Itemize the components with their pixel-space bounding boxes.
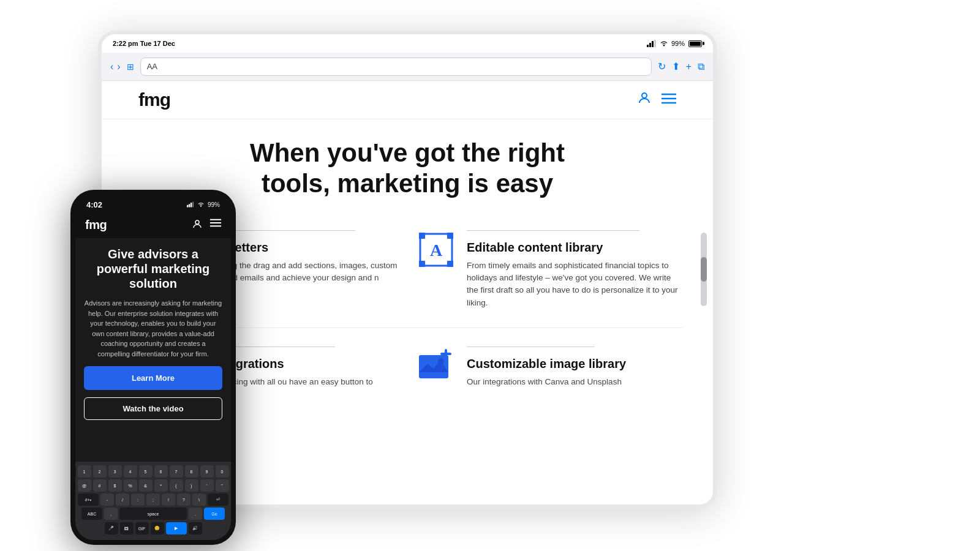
svg-rect-2 [652, 41, 654, 47]
key-go[interactable]: Go [204, 508, 225, 520]
key-slash[interactable]: / [116, 493, 129, 506]
key-3[interactable]: 3 [108, 465, 122, 478]
svg-rect-0 [647, 45, 649, 47]
site-logo: fmg [138, 89, 170, 110]
key-quest[interactable]: ? [177, 493, 190, 506]
key-4[interactable]: 4 [124, 465, 137, 478]
key-1[interactable]: 1 [78, 465, 91, 478]
svg-rect-25 [440, 353, 451, 355]
add-tab-button[interactable]: + [686, 61, 692, 72]
phone-headline: Give advisors a powerful marketing solut… [84, 247, 222, 291]
key-quote[interactable]: " [216, 479, 229, 492]
phone-status-bar: 4:02 99% [75, 195, 231, 212]
keyboard-media-row: 🎤 🖼 GIF 😊 ▶ 🔊 [78, 522, 228, 534]
key-percent[interactable]: % [124, 479, 137, 492]
watch-video-button[interactable]: Watch the video [84, 397, 222, 420]
feature-content-library: A Editable content library From timely e… [417, 224, 682, 315]
editable-content-icon: A [417, 230, 456, 269]
tabs-button[interactable]: ⧉ [698, 61, 704, 72]
scene: 2:22 pm Tue 17 Dec 99 [0, 0, 980, 551]
svg-point-30 [200, 206, 202, 207]
key-rparen[interactable]: ) [185, 479, 198, 492]
key-lparen[interactable]: ( [170, 479, 183, 492]
key-6[interactable]: 6 [154, 465, 168, 478]
menu-icon[interactable] [662, 92, 676, 108]
svg-rect-16 [447, 233, 453, 239]
key-dash[interactable]: - [100, 493, 114, 506]
key-2[interactable]: 2 [93, 465, 107, 478]
key-8[interactable]: 8 [185, 465, 198, 478]
key-semicolon[interactable]: ; [146, 493, 160, 506]
forward-button[interactable]: › [117, 61, 120, 72]
phone-wifi-icon [197, 201, 205, 208]
key-emoji[interactable]: ☺ [75, 465, 76, 478]
key-5[interactable]: 5 [139, 465, 153, 478]
svg-rect-17 [419, 261, 425, 267]
tablet-time: 2:22 pm Tue 17 Dec [113, 40, 175, 47]
feature-image-library: Customizable image library Our integrati… [417, 340, 682, 394]
phone-menu-icon[interactable] [210, 219, 221, 232]
key-hash[interactable]: # [93, 479, 107, 492]
key-vol[interactable]: 🔊 [189, 522, 202, 534]
svg-rect-18 [447, 261, 453, 267]
share-button[interactable]: ⬆ [672, 61, 680, 72]
key-dollar[interactable]: $ [108, 479, 122, 492]
user-icon[interactable] [637, 91, 652, 109]
key-gif[interactable]: GIF [135, 522, 149, 534]
address-bar[interactable]: AA [140, 58, 652, 76]
keyboard-row-1: ☺ 1 2 3 4 5 6 7 8 9 0 ⌫ [78, 465, 228, 478]
address-text: AA [147, 62, 157, 71]
key-space[interactable]: space [119, 508, 187, 520]
key-more[interactable]: #+• [78, 493, 99, 506]
key-excl[interactable]: ! [162, 493, 175, 506]
battery-pct: 99% [671, 40, 685, 47]
key-return[interactable]: ⏎ [208, 493, 228, 506]
browser-actions: ↻ ⬆ + ⧉ [658, 61, 704, 72]
key-period[interactable]: . [189, 508, 202, 520]
key-colon[interactable]: : [131, 493, 145, 506]
wifi-icon [659, 40, 669, 47]
svg-point-4 [663, 45, 665, 46]
browser-nav[interactable]: ‹ › [110, 61, 121, 72]
refresh-button[interactable]: ↻ [658, 61, 666, 72]
key-apos[interactable]: ' [200, 479, 214, 492]
feature-image-desc: Our integrations with Canva and Unsplash [467, 376, 626, 388]
phone-site-header: fmg [75, 212, 231, 238]
phone-keyboard: ☺ 1 2 3 4 5 6 7 8 9 0 ⌫ @ # $ % [75, 462, 231, 540]
feature-image-title: Customizable image library [467, 357, 626, 371]
tablet-scrollbar-thumb[interactable] [701, 257, 707, 282]
key-delete[interactable]: ⌫ [231, 465, 232, 478]
key-7[interactable]: 7 [170, 465, 183, 478]
back-button[interactable]: ‹ [110, 61, 113, 72]
key-amp[interactable]: & [139, 479, 153, 492]
key-emoji2[interactable]: 😊 [151, 522, 164, 534]
tablet-status-bar: 2:22 pm Tue 17 Dec 99 [102, 34, 713, 53]
tablet-scrollbar[interactable] [701, 233, 707, 306]
phone-user-icon[interactable] [192, 219, 203, 232]
bookmark-icon[interactable]: ⊞ [127, 62, 134, 72]
key-abc[interactable]: ABC [81, 508, 102, 520]
key-0[interactable]: 0 [216, 465, 229, 478]
site-header-actions [637, 91, 676, 109]
keyboard-row-3: #+• - / : ; ! ? \ ⏎ [78, 493, 228, 506]
key-star[interactable]: * [154, 479, 168, 492]
tablet-status-right: 99% [647, 40, 702, 47]
site-header: fmg [102, 81, 713, 119]
key-backslash[interactable]: \ [192, 493, 206, 506]
key-9[interactable]: 9 [200, 465, 214, 478]
key-mic[interactable]: 🎤 [105, 522, 118, 534]
hero-title: When you've got the right tools, marketi… [230, 138, 585, 200]
svg-rect-26 [187, 205, 188, 208]
phone-logo: fmg [85, 218, 107, 232]
phone-battery-pct: 99% [208, 201, 220, 208]
keyboard-row-4: ABC , space . Go [78, 508, 228, 520]
key-img[interactable]: 🖼 [120, 522, 134, 534]
key-play[interactable]: ▶ [166, 522, 187, 534]
key-comma[interactable]: , [104, 508, 118, 520]
learn-more-button[interactable]: Learn More [84, 366, 222, 390]
feature-content-text: Editable content library From timely ema… [467, 230, 682, 309]
svg-text:A: A [430, 241, 443, 260]
key-at[interactable]: @ [78, 479, 91, 492]
feature-image-text: Customizable image library Our integrati… [467, 347, 626, 388]
signal-icon [647, 40, 657, 47]
